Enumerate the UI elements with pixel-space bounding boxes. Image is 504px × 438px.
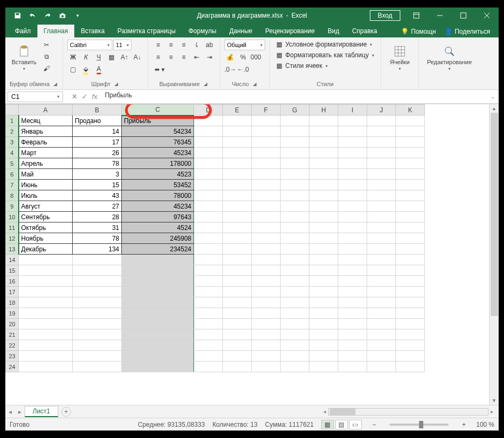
cell[interactable] bbox=[338, 329, 367, 340]
cell[interactable] bbox=[252, 116, 281, 126]
cell[interactable] bbox=[73, 319, 122, 329]
cell[interactable] bbox=[19, 308, 73, 319]
cell[interactable] bbox=[309, 158, 338, 169]
ribbon-display-options-icon[interactable] bbox=[405, 7, 428, 24]
cell[interactable] bbox=[252, 276, 281, 287]
align-top-icon[interactable]: ≡ bbox=[152, 40, 164, 50]
cell[interactable] bbox=[73, 287, 122, 297]
cell[interactable] bbox=[194, 329, 223, 340]
cell[interactable] bbox=[309, 190, 338, 201]
cell[interactable] bbox=[338, 255, 367, 265]
cell[interactable] bbox=[252, 287, 281, 297]
cell[interactable] bbox=[252, 222, 281, 233]
italic-button[interactable]: К bbox=[80, 52, 92, 63]
cell[interactable] bbox=[338, 319, 367, 329]
cell[interactable] bbox=[252, 126, 281, 137]
maximize-icon[interactable] bbox=[452, 7, 475, 24]
cell[interactable]: Прибыль bbox=[122, 116, 194, 126]
cell[interactable] bbox=[281, 255, 309, 265]
cell[interactable] bbox=[223, 265, 252, 276]
cell[interactable] bbox=[122, 297, 194, 308]
cell[interactable] bbox=[396, 126, 425, 137]
tab-review[interactable]: Рецензирование bbox=[259, 25, 321, 37]
cell[interactable]: Август bbox=[19, 201, 73, 212]
column-header[interactable]: K bbox=[396, 105, 425, 116]
row-header[interactable]: 10 bbox=[6, 212, 19, 222]
cell[interactable] bbox=[367, 126, 396, 137]
row-header[interactable]: 13 bbox=[6, 244, 19, 255]
cell[interactable] bbox=[338, 116, 367, 126]
cell[interactable] bbox=[338, 287, 367, 297]
cell[interactable] bbox=[367, 265, 396, 276]
borders-icon[interactable]: ▢ bbox=[67, 64, 79, 75]
sheet-tab[interactable]: Лист1 bbox=[25, 406, 58, 417]
cell[interactable] bbox=[223, 137, 252, 148]
zoom-out-icon[interactable]: − bbox=[369, 421, 379, 428]
cell[interactable] bbox=[19, 276, 73, 287]
cell[interactable] bbox=[252, 340, 281, 351]
cell[interactable] bbox=[252, 255, 281, 265]
cell[interactable] bbox=[281, 319, 309, 329]
cell[interactable] bbox=[396, 319, 425, 329]
cell[interactable] bbox=[367, 287, 396, 297]
cell[interactable] bbox=[281, 158, 309, 169]
editing-button[interactable]: Редактирование▾ bbox=[423, 40, 476, 76]
cell[interactable]: 78 bbox=[73, 233, 122, 244]
dialog-launcher-icon[interactable]: ◢ bbox=[53, 81, 58, 87]
cell[interactable] bbox=[73, 255, 122, 265]
cell[interactable] bbox=[281, 265, 309, 276]
align-center-icon[interactable]: ≡ bbox=[165, 52, 177, 63]
number-format-combo[interactable]: Общий▾ bbox=[224, 40, 265, 50]
cell[interactable] bbox=[223, 222, 252, 233]
enter-icon[interactable]: ✓ bbox=[82, 93, 88, 101]
zoom-in-icon[interactable]: + bbox=[459, 421, 469, 428]
save-icon[interactable] bbox=[11, 9, 25, 22]
cell[interactable] bbox=[223, 180, 252, 190]
cell[interactable]: 15 bbox=[73, 180, 122, 190]
cell[interactable] bbox=[122, 265, 194, 276]
cell[interactable] bbox=[396, 148, 425, 158]
cell[interactable] bbox=[223, 287, 252, 297]
zoom-slider[interactable] bbox=[390, 424, 448, 426]
vertical-scrollbar[interactable]: ▲ ▼ bbox=[489, 104, 499, 405]
row-header[interactable]: 9 bbox=[6, 201, 19, 212]
cell[interactable] bbox=[309, 126, 338, 137]
cell[interactable] bbox=[309, 362, 338, 372]
cell[interactable] bbox=[223, 116, 252, 126]
cell[interactable] bbox=[367, 158, 396, 169]
row-header[interactable]: 15 bbox=[6, 265, 19, 276]
tab-insert[interactable]: Вставка bbox=[74, 25, 111, 37]
column-header[interactable]: C bbox=[122, 105, 194, 116]
fill-color-icon[interactable]: ⬙ bbox=[80, 64, 92, 75]
cell[interactable]: Октябрь bbox=[19, 222, 73, 233]
cell[interactable] bbox=[223, 340, 252, 351]
cell[interactable] bbox=[252, 137, 281, 148]
cell[interactable] bbox=[19, 362, 73, 372]
increase-font-icon[interactable]: A↑ bbox=[119, 52, 130, 63]
cell[interactable]: 45234 bbox=[122, 201, 194, 212]
tab-data[interactable]: Данные bbox=[223, 25, 259, 37]
cell[interactable] bbox=[396, 340, 425, 351]
formula-input[interactable]: Прибыль bbox=[102, 91, 487, 102]
cell[interactable] bbox=[309, 137, 338, 148]
align-middle-icon[interactable]: ≡ bbox=[165, 40, 177, 50]
cell[interactable] bbox=[194, 126, 223, 137]
cell[interactable] bbox=[194, 265, 223, 276]
cell[interactable] bbox=[309, 180, 338, 190]
decrease-indent-icon[interactable]: ⇤ bbox=[191, 52, 203, 63]
cell[interactable] bbox=[252, 190, 281, 201]
column-header[interactable]: E bbox=[223, 105, 252, 116]
cell[interactable] bbox=[338, 244, 367, 255]
cell[interactable] bbox=[367, 180, 396, 190]
align-right-icon[interactable]: ≡ bbox=[178, 52, 190, 63]
cell[interactable] bbox=[194, 148, 223, 158]
dialog-launcher-icon[interactable]: ◢ bbox=[252, 81, 258, 87]
cell[interactable] bbox=[281, 222, 309, 233]
scroll-up-icon[interactable]: ▲ bbox=[490, 104, 499, 113]
cell[interactable] bbox=[281, 201, 309, 212]
cell[interactable] bbox=[194, 362, 223, 372]
cell[interactable] bbox=[309, 351, 338, 362]
cell[interactable] bbox=[194, 308, 223, 319]
horizontal-scrollbar[interactable]: ◂ ▸ bbox=[71, 408, 499, 416]
cell[interactable] bbox=[194, 137, 223, 148]
